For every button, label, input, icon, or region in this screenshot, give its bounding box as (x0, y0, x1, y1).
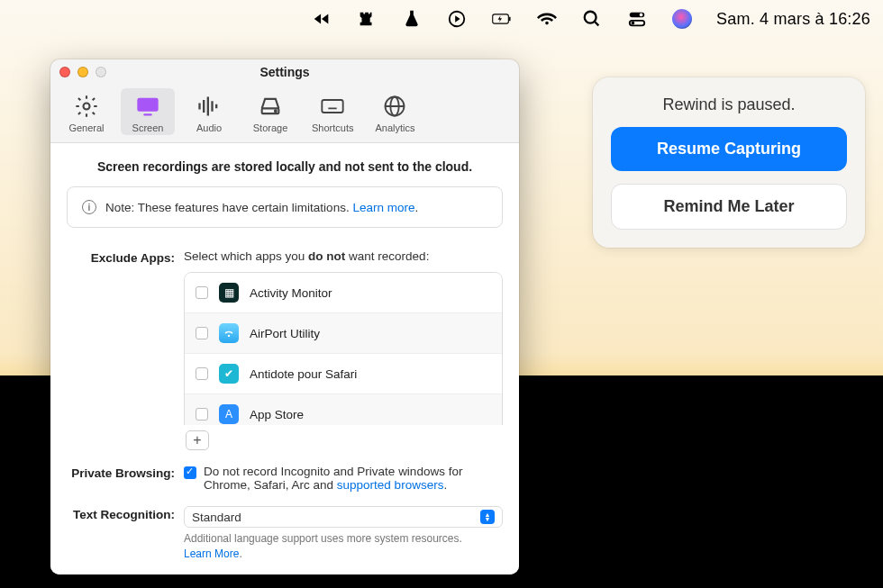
note-box: i Note: These features have certain limi… (67, 186, 503, 228)
tab-label: Analytics (375, 122, 414, 133)
tab-screen[interactable]: Screen (121, 88, 175, 135)
select-value: Standard (192, 511, 241, 524)
svg-point-18 (275, 110, 277, 112)
text-recognition-select[interactable]: Standard ▲▼ (184, 506, 503, 528)
app-checkbox[interactable] (196, 408, 208, 421)
window-title: Settings (50, 65, 519, 79)
app-name: Antidote pour Safari (250, 367, 357, 381)
keyboard-icon (320, 94, 345, 119)
svg-rect-2 (509, 17, 510, 21)
private-browsing-text: Do not record Incognito and Private wind… (204, 465, 503, 492)
app-row[interactable]: ✔ Antidote pour Safari (185, 354, 502, 394)
learn-more-link[interactable]: Learn more (352, 201, 414, 214)
disk-icon (258, 94, 283, 119)
text-recognition-label: Text Recognition: (67, 506, 175, 562)
app-row[interactable]: ▦ Activity Monitor (185, 273, 502, 313)
exclude-apps-desc: Select which apps you do not want record… (184, 249, 503, 263)
info-icon: i (82, 200, 96, 214)
gear-icon (74, 94, 99, 119)
settings-content: Screen recordings are stored locally and… (50, 143, 519, 574)
zoom-button (96, 67, 106, 77)
tab-label: Shortcuts (312, 122, 353, 133)
svg-point-9 (84, 104, 90, 110)
tab-label: General (68, 122, 104, 133)
rewind-back-icon[interactable] (311, 8, 332, 30)
menubar-datetime[interactable]: Sam. 4 mars à 16:26 (716, 10, 870, 29)
app-name: App Store (250, 408, 304, 421)
play-circle-icon[interactable] (446, 8, 468, 30)
app-name: Activity Monitor (250, 286, 332, 300)
wifi-icon[interactable] (536, 8, 558, 30)
app-checkbox[interactable] (196, 286, 208, 299)
svg-point-8 (632, 22, 635, 25)
settings-toolbar: General Screen Audio Storage Shortcuts (50, 85, 519, 143)
svg-rect-19 (323, 100, 343, 113)
app-row[interactable]: AirPort Utility (185, 313, 502, 354)
control-center-icon[interactable] (626, 8, 648, 30)
app-icon: ▦ (219, 283, 239, 303)
chevron-updown-icon: ▲▼ (480, 510, 495, 524)
app-checkbox[interactable] (196, 367, 208, 380)
battery-charging-icon[interactable] (491, 8, 513, 30)
app-name: AirPort Utility (250, 327, 320, 340)
screen-headline: Screen recordings are stored locally and… (67, 159, 503, 174)
app-icon: ✔ (219, 364, 239, 384)
rewind-paused-notification: Rewind is paused. Resume Capturing Remin… (593, 77, 865, 248)
minimize-button[interactable] (77, 67, 88, 77)
window-titlebar: Settings (50, 59, 519, 85)
tab-general[interactable]: General (59, 88, 114, 135)
tab-label: Storage (253, 122, 288, 133)
chess-rook-icon[interactable] (356, 8, 378, 30)
tab-storage[interactable]: Storage (243, 88, 297, 135)
exclude-apps-label: Exclude Apps: (67, 249, 175, 450)
exclude-apps-list[interactable]: ▦ Activity Monitor AirPort Utility (184, 272, 503, 425)
learn-more-link[interactable]: Learn More (184, 547, 239, 560)
svg-point-7 (640, 14, 643, 17)
private-browsing-label: Private Browsing: (67, 465, 175, 492)
notification-title: Rewind is paused. (611, 95, 847, 114)
app-row[interactable]: A App Store (185, 394, 502, 425)
svg-rect-11 (143, 113, 151, 115)
menubar: Sam. 4 mars à 16:26 (0, 0, 883, 38)
flask-icon[interactable] (401, 8, 423, 30)
settings-window: Settings General Screen Audio Storage (50, 59, 519, 574)
app-icon: A (219, 404, 239, 424)
tab-label: Audio (196, 122, 222, 133)
search-icon[interactable] (581, 8, 603, 30)
add-app-button[interactable]: + (186, 430, 209, 450)
app-checkbox[interactable] (196, 327, 208, 339)
private-browsing-checkbox[interactable] (184, 466, 196, 479)
resume-capturing-button[interactable]: Resume Capturing (611, 127, 847, 171)
tab-label: Screen (132, 122, 164, 133)
tab-shortcuts[interactable]: Shortcuts (305, 88, 360, 135)
display-icon (135, 94, 160, 119)
svg-point-3 (585, 12, 596, 23)
tab-analytics[interactable]: Analytics (368, 88, 422, 135)
waveform-icon (196, 94, 222, 119)
siri-icon[interactable] (671, 8, 693, 30)
tab-audio[interactable]: Audio (182, 88, 236, 135)
svg-line-4 (595, 22, 599, 26)
globe-icon (382, 94, 407, 119)
text-recognition-help: Additional language support uses more sy… (184, 531, 503, 562)
close-button[interactable] (59, 67, 70, 77)
note-text: Note: These features have certain limita… (105, 201, 418, 214)
supported-browsers-link[interactable]: supported browsers (337, 478, 444, 492)
app-icon (219, 323, 239, 343)
svg-rect-10 (137, 98, 158, 112)
remind-me-later-button[interactable]: Remind Me Later (611, 184, 847, 230)
